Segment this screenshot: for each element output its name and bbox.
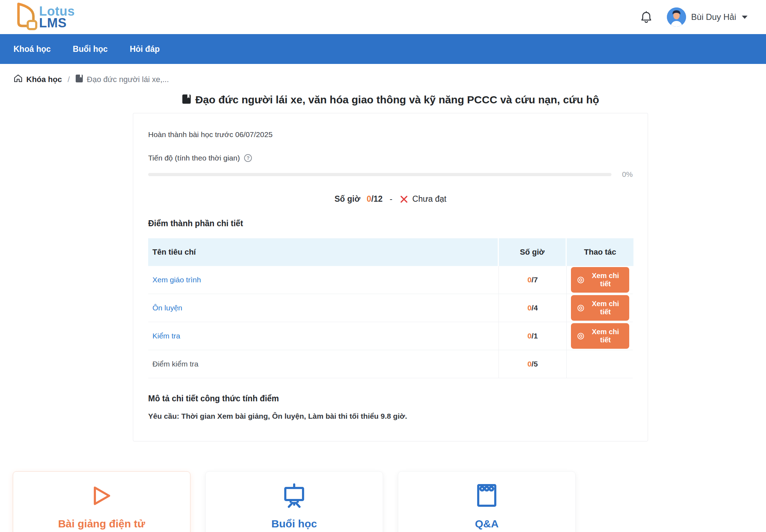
hours-cell: 0/5 [499,350,567,378]
table-header-row: Tên tiêu chí Số giờ Thao tác [148,238,633,266]
page-title-row: Đạo đức người lái xe, văn hóa giao thông… [133,94,648,106]
hours-current: 0 [367,194,371,203]
breadcrumb-separator: / [66,75,71,84]
card-qa[interactable]: Q&A [398,471,576,532]
card-label: Bài giảng điện tử [58,518,145,530]
breadcrumb-home-label: Khóa học [26,75,62,84]
status-text: Chưa đạt [412,194,447,204]
hours-current: 0 [527,332,532,340]
criteria-link-kiem-tra[interactable]: Kiểm tra [152,332,180,340]
breadcrumb: Khóa học / Đạo đức người lái xe,... [0,64,766,89]
view-detail-button[interactable]: Xem chi tiết [571,295,629,321]
table-row: Điểm kiểm tra 0/5 [148,350,633,378]
formula-title: Mô tả chi tiết công thức tính điểm [148,394,633,403]
hours-cell: 0/7 [499,266,567,294]
empty-action-cell [567,350,633,378]
nav-item-buoi-hoc[interactable]: Buổi học [73,44,108,54]
view-detail-label: Xem chi tiết [588,328,623,344]
card-bai-giang-dien-tu[interactable]: Bài giảng điện tử [13,471,190,532]
formula-detail: Yêu cầu: Thời gian Xem bài giảng, Ôn luy… [148,412,633,420]
notification-bell-icon[interactable] [640,11,653,23]
book-icon [75,74,83,85]
hours-total: /1 [532,332,538,340]
page-title: Đạo đức người lái xe, văn hóa giao thông… [195,94,599,106]
main-navbar: Khoá học Buổi học Hỏi đáp [0,34,766,64]
progress-label-row: Tiến độ (tính theo thời gian) ? [148,154,633,162]
view-detail-button[interactable]: Xem chi tiết [571,323,629,349]
col-header-hours: Số giờ [499,238,567,266]
hours-cell: 0/1 [499,322,567,350]
book-icon [182,94,191,106]
breadcrumb-home-link[interactable]: Khóa học [14,74,62,85]
fail-x-icon [400,195,408,203]
deadline-text: Hoàn thành bài học trước 06/07/2025 [148,130,633,139]
eye-icon [577,276,584,284]
hours-total: /7 [532,276,538,284]
progress-label: Tiến độ (tính theo thời gian) [148,154,240,162]
table-row: Xem giáo trình 0/7 Xem chi tiết [148,266,633,294]
eye-icon [577,332,584,340]
criteria-link-on-luyen[interactable]: Ôn luyện [152,304,182,312]
hours-value: 0/12 [367,194,383,204]
col-header-action: Thao tác [567,238,633,266]
nav-item-khoa-hoc[interactable]: Khoá học [14,44,51,54]
table-body: Xem giáo trình 0/7 Xem chi tiết [148,266,633,378]
avatar [667,7,686,27]
logo-text: Lotus LMS [39,5,75,29]
app-header: Lotus LMS Bùi Duy Hải [0,0,766,34]
lotus-logo-mark-icon [14,2,38,32]
criteria-text-diem-kiem-tra: Điểm kiểm tra [152,360,199,368]
view-detail-label: Xem chi tiết [588,272,623,288]
progress-percent: 0% [617,170,633,179]
dash: - [387,194,395,204]
hours-current: 0 [527,360,532,368]
hours-cell: 0/4 [499,294,567,322]
criteria-link-xem-giao-trinh[interactable]: Xem giáo trình [152,276,201,284]
shortcut-cards: Bài giảng điện tử Buổi học Q&A [13,471,766,532]
view-detail-label: Xem chi tiết [588,300,623,316]
col-header-criteria: Tên tiêu chí [148,238,499,266]
play-icon [91,483,112,509]
table-row: Kiểm tra 0/1 Xem chi tiết [148,322,633,350]
home-icon [14,74,23,85]
card-buoi-hoc[interactable]: Buổi học [205,471,383,532]
hours-label: Số giờ [335,194,361,204]
help-icon[interactable]: ? [244,154,252,162]
header-right: Bùi Duy Hải [640,7,748,27]
view-detail-button[interactable]: Xem chi tiết [571,267,629,293]
nav-item-hoi-dap[interactable]: Hỏi đáp [130,44,160,54]
score-section-title: Điểm thành phần chi tiết [148,219,633,228]
progress-bar [148,173,611,176]
score-table: Tên tiêu chí Số giờ Thao tác Xem giáo tr… [148,238,633,378]
lotus-lms-logo[interactable]: Lotus LMS [14,2,75,32]
progress-row: 0% [148,170,633,179]
hours-total: /4 [532,304,538,312]
breadcrumb-current-label: Đạo đức người lái xe,... [87,75,169,84]
easel-icon [282,483,306,509]
hours-current: 0 [527,304,532,312]
hours-total: /5 [532,360,538,368]
hours-current: 0 [527,276,532,284]
chevron-down-icon [742,16,748,19]
table-row: Ôn luyện 0/4 Xem chi tiết [148,294,633,322]
eye-icon [577,304,584,312]
hours-summary: Số giờ 0/12 - Chưa đạt [148,194,633,204]
hours-total: /12 [371,194,383,203]
breadcrumb-current: Đạo đức người lái xe,... [75,74,169,85]
user-name: Bùi Duy Hải [691,12,736,22]
course-progress-card: Hoàn thành bài học trước 06/07/2025 Tiến… [133,113,648,441]
user-menu[interactable]: Bùi Duy Hải [667,7,748,27]
card-label: Q&A [475,518,499,530]
notepad-icon [476,483,498,509]
logo-line2: LMS [39,17,75,29]
card-label: Buổi học [271,518,317,530]
